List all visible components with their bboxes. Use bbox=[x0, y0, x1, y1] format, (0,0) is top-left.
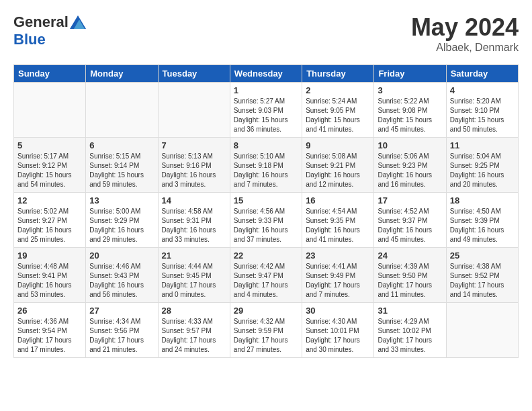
day-number: 26 bbox=[17, 306, 82, 316]
calendar-week-row: 26Sunrise: 4:36 AM Sunset: 9:54 PM Dayli… bbox=[14, 303, 519, 358]
day-info: Sunrise: 5:20 AM Sunset: 9:10 PM Dayligh… bbox=[450, 97, 515, 134]
day-number: 31 bbox=[378, 306, 442, 316]
day-info: Sunrise: 5:17 AM Sunset: 9:12 PM Dayligh… bbox=[17, 152, 82, 189]
day-number: 3 bbox=[378, 85, 442, 95]
table-row: 22Sunrise: 4:42 AM Sunset: 9:47 PM Dayli… bbox=[230, 248, 302, 303]
header-sunday: Sunday bbox=[14, 65, 86, 83]
table-row: 3Sunrise: 5:22 AM Sunset: 9:08 PM Daylig… bbox=[374, 83, 446, 138]
day-info: Sunrise: 4:56 AM Sunset: 9:33 PM Dayligh… bbox=[234, 207, 298, 244]
table-row: 1Sunrise: 5:27 AM Sunset: 9:03 PM Daylig… bbox=[230, 83, 302, 138]
header-saturday: Saturday bbox=[446, 65, 518, 83]
day-info: Sunrise: 5:02 AM Sunset: 9:27 PM Dayligh… bbox=[17, 207, 82, 244]
day-info: Sunrise: 4:48 AM Sunset: 9:41 PM Dayligh… bbox=[17, 262, 82, 300]
day-info: Sunrise: 4:42 AM Sunset: 9:47 PM Dayligh… bbox=[234, 262, 298, 300]
day-number: 4 bbox=[450, 85, 515, 95]
logo-general-text: General bbox=[13, 13, 69, 31]
day-info: Sunrise: 5:04 AM Sunset: 9:25 PM Dayligh… bbox=[450, 152, 515, 189]
table-row: 25Sunrise: 4:38 AM Sunset: 9:52 PM Dayli… bbox=[446, 248, 518, 303]
day-number: 17 bbox=[378, 195, 442, 205]
table-row: 21Sunrise: 4:44 AM Sunset: 9:45 PM Dayli… bbox=[158, 248, 230, 303]
page-header: General Blue May 2024 Albaek, Denmark bbox=[13, 13, 519, 54]
table-row: 11Sunrise: 5:04 AM Sunset: 9:25 PM Dayli… bbox=[446, 138, 518, 193]
table-row: 9Sunrise: 5:08 AM Sunset: 9:21 PM Daylig… bbox=[302, 138, 374, 193]
day-info: Sunrise: 4:52 AM Sunset: 9:37 PM Dayligh… bbox=[378, 207, 442, 244]
title-block: May 2024 Albaek, Denmark bbox=[411, 13, 519, 54]
table-row: 20Sunrise: 4:46 AM Sunset: 9:43 PM Dayli… bbox=[86, 248, 158, 303]
day-number: 2 bbox=[306, 85, 370, 95]
table-row: 13Sunrise: 5:00 AM Sunset: 9:29 PM Dayli… bbox=[86, 193, 158, 248]
day-number: 18 bbox=[450, 195, 515, 205]
table-row: 8Sunrise: 5:10 AM Sunset: 9:18 PM Daylig… bbox=[230, 138, 302, 193]
day-info: Sunrise: 5:15 AM Sunset: 9:14 PM Dayligh… bbox=[89, 152, 154, 189]
day-info: Sunrise: 5:27 AM Sunset: 9:03 PM Dayligh… bbox=[234, 97, 298, 134]
table-row: 19Sunrise: 4:48 AM Sunset: 9:41 PM Dayli… bbox=[14, 248, 86, 303]
table-row: 30Sunrise: 4:30 AM Sunset: 10:01 PM Dayl… bbox=[302, 303, 374, 358]
logo: General Blue bbox=[13, 13, 86, 48]
calendar-header-row: Sunday Monday Tuesday Wednesday Thursday… bbox=[14, 65, 519, 83]
day-info: Sunrise: 5:22 AM Sunset: 9:08 PM Dayligh… bbox=[378, 97, 442, 134]
calendar-week-row: 19Sunrise: 4:48 AM Sunset: 9:41 PM Dayli… bbox=[14, 248, 519, 303]
header-monday: Monday bbox=[86, 65, 158, 83]
day-number: 24 bbox=[378, 250, 442, 261]
day-number: 9 bbox=[306, 140, 370, 150]
day-info: Sunrise: 4:30 AM Sunset: 10:01 PM Daylig… bbox=[306, 317, 370, 355]
day-number: 11 bbox=[450, 140, 515, 150]
day-info: Sunrise: 4:41 AM Sunset: 9:49 PM Dayligh… bbox=[306, 262, 370, 300]
day-number: 27 bbox=[89, 306, 154, 316]
table-row bbox=[86, 83, 158, 138]
table-row: 5Sunrise: 5:17 AM Sunset: 9:12 PM Daylig… bbox=[14, 138, 86, 193]
table-row: 28Sunrise: 4:33 AM Sunset: 9:57 PM Dayli… bbox=[158, 303, 230, 358]
table-row: 16Sunrise: 4:54 AM Sunset: 9:35 PM Dayli… bbox=[302, 193, 374, 248]
header-thursday: Thursday bbox=[302, 65, 374, 83]
day-info: Sunrise: 4:32 AM Sunset: 9:59 PM Dayligh… bbox=[234, 317, 298, 355]
header-tuesday: Tuesday bbox=[158, 65, 230, 83]
day-number: 15 bbox=[234, 195, 298, 205]
logo-blue-text: Blue bbox=[13, 31, 46, 48]
day-info: Sunrise: 4:50 AM Sunset: 9:39 PM Dayligh… bbox=[450, 207, 515, 244]
day-info: Sunrise: 4:34 AM Sunset: 9:56 PM Dayligh… bbox=[89, 317, 154, 355]
day-info: Sunrise: 5:10 AM Sunset: 9:18 PM Dayligh… bbox=[234, 152, 298, 189]
day-number: 19 bbox=[17, 250, 82, 261]
day-number: 21 bbox=[162, 250, 226, 261]
table-row: 23Sunrise: 4:41 AM Sunset: 9:49 PM Dayli… bbox=[302, 248, 374, 303]
day-number: 29 bbox=[234, 306, 298, 316]
calendar-week-row: 5Sunrise: 5:17 AM Sunset: 9:12 PM Daylig… bbox=[14, 138, 519, 193]
table-row: 14Sunrise: 4:58 AM Sunset: 9:31 PM Dayli… bbox=[158, 193, 230, 248]
day-number: 20 bbox=[89, 250, 154, 261]
day-number: 12 bbox=[17, 195, 82, 205]
day-info: Sunrise: 4:54 AM Sunset: 9:35 PM Dayligh… bbox=[306, 207, 370, 244]
table-row: 17Sunrise: 4:52 AM Sunset: 9:37 PM Dayli… bbox=[374, 193, 446, 248]
calendar-table: Sunday Monday Tuesday Wednesday Thursday… bbox=[13, 64, 519, 358]
table-row: 27Sunrise: 4:34 AM Sunset: 9:56 PM Dayli… bbox=[86, 303, 158, 358]
table-row: 7Sunrise: 5:13 AM Sunset: 9:16 PM Daylig… bbox=[158, 138, 230, 193]
day-info: Sunrise: 4:29 AM Sunset: 10:02 PM Daylig… bbox=[378, 317, 442, 355]
table-row: 29Sunrise: 4:32 AM Sunset: 9:59 PM Dayli… bbox=[230, 303, 302, 358]
month-title: May 2024 bbox=[411, 13, 519, 42]
header-wednesday: Wednesday bbox=[230, 65, 302, 83]
table-row: 6Sunrise: 5:15 AM Sunset: 9:14 PM Daylig… bbox=[86, 138, 158, 193]
table-row: 26Sunrise: 4:36 AM Sunset: 9:54 PM Dayli… bbox=[14, 303, 86, 358]
day-number: 6 bbox=[89, 140, 154, 150]
table-row: 4Sunrise: 5:20 AM Sunset: 9:10 PM Daylig… bbox=[446, 83, 518, 138]
day-info: Sunrise: 5:08 AM Sunset: 9:21 PM Dayligh… bbox=[306, 152, 370, 189]
day-number: 1 bbox=[234, 85, 298, 95]
logo-icon bbox=[70, 15, 86, 29]
day-number: 22 bbox=[234, 250, 298, 261]
day-number: 14 bbox=[162, 195, 226, 205]
day-number: 5 bbox=[17, 140, 82, 150]
header-friday: Friday bbox=[374, 65, 446, 83]
day-info: Sunrise: 4:44 AM Sunset: 9:45 PM Dayligh… bbox=[162, 262, 226, 300]
day-number: 23 bbox=[306, 250, 370, 261]
day-number: 7 bbox=[162, 140, 226, 150]
day-info: Sunrise: 4:38 AM Sunset: 9:52 PM Dayligh… bbox=[450, 262, 515, 300]
table-row bbox=[158, 83, 230, 138]
location-title: Albaek, Denmark bbox=[411, 42, 519, 54]
table-row: 15Sunrise: 4:56 AM Sunset: 9:33 PM Dayli… bbox=[230, 193, 302, 248]
calendar-week-row: 12Sunrise: 5:02 AM Sunset: 9:27 PM Dayli… bbox=[14, 193, 519, 248]
day-info: Sunrise: 5:00 AM Sunset: 9:29 PM Dayligh… bbox=[89, 207, 154, 244]
day-info: Sunrise: 4:36 AM Sunset: 9:54 PM Dayligh… bbox=[17, 317, 82, 355]
table-row: 10Sunrise: 5:06 AM Sunset: 9:23 PM Dayli… bbox=[374, 138, 446, 193]
day-info: Sunrise: 4:33 AM Sunset: 9:57 PM Dayligh… bbox=[162, 317, 226, 355]
table-row: 24Sunrise: 4:39 AM Sunset: 9:50 PM Dayli… bbox=[374, 248, 446, 303]
table-row bbox=[446, 303, 518, 358]
